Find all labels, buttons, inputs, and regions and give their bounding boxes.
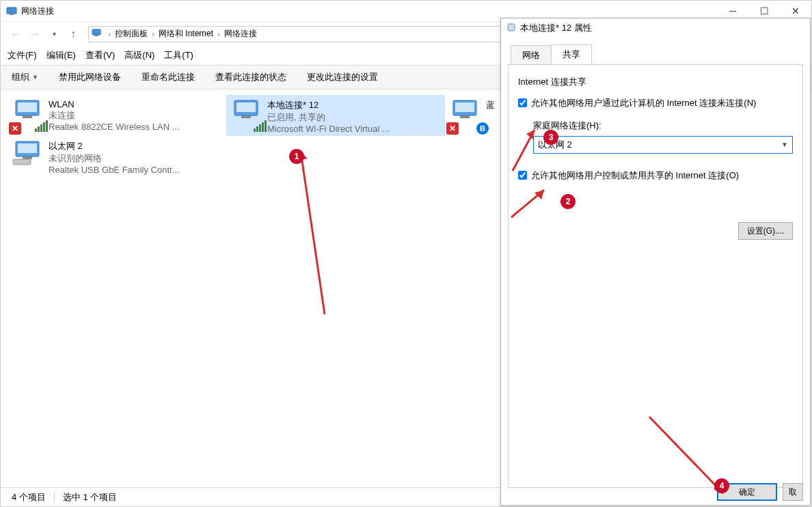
home-network-block: 家庭网络连接(H): 以太网 2 ▼ bbox=[533, 120, 793, 154]
svg-rect-1 bbox=[10, 14, 14, 15]
connection-item-bluetooth[interactable]: ✕ B 蓝 bbox=[445, 95, 500, 136]
status-item-count: 4 个项目 bbox=[12, 491, 46, 504]
checkbox-allow-connect[interactable] bbox=[518, 98, 527, 107]
nic-icon: ✕ B bbox=[448, 98, 486, 133]
connection-device: Realtek 8822CE Wireless LAN ... bbox=[49, 122, 179, 132]
svg-rect-16 bbox=[13, 159, 31, 165]
toolbar-organize[interactable]: 组织 ▼ bbox=[12, 71, 38, 83]
connection-name: 本地连接* 12 bbox=[267, 99, 390, 111]
connection-name: 蓝 bbox=[486, 99, 495, 111]
svg-rect-15 bbox=[23, 156, 32, 159]
breadcrumb-sep: › bbox=[150, 29, 156, 39]
nic-icon bbox=[229, 98, 267, 133]
wifi-signal-icon bbox=[35, 120, 48, 132]
checkbox-allow-label: 允许其他网络用户通过此计算机的 Internet 连接来连接(N) bbox=[531, 96, 756, 110]
forward-button[interactable]: → bbox=[27, 26, 43, 42]
toolbar-disable[interactable]: 禁用此网络设备 bbox=[59, 71, 121, 83]
breadcrumb-icon bbox=[92, 28, 103, 40]
toolbar-status[interactable]: 查看此连接的状态 bbox=[215, 71, 286, 83]
svg-rect-5 bbox=[18, 102, 37, 112]
combo-value: 以太网 2 bbox=[538, 139, 572, 151]
menu-view[interactable]: 查看(V) bbox=[85, 49, 115, 61]
connection-status: 未识别的网络 bbox=[49, 152, 179, 165]
checkbox-control-row: 允许其他网络用户控制或禁用共享的 Internet 连接(O) bbox=[518, 169, 793, 182]
toolbar-rename[interactable]: 重命名此连接 bbox=[141, 71, 195, 83]
breadcrumb-sep: › bbox=[216, 29, 221, 39]
recent-dropdown[interactable]: ▾ bbox=[46, 26, 62, 42]
svg-rect-0 bbox=[7, 8, 16, 14]
svg-rect-12 bbox=[460, 115, 470, 118]
breadcrumb-part-1[interactable]: 控制面板 bbox=[112, 28, 150, 40]
svg-rect-2 bbox=[92, 29, 100, 35]
connection-status: 已启用, 共享的 bbox=[267, 111, 390, 124]
back-button[interactable]: ← bbox=[8, 26, 24, 42]
chevron-down-icon: ▼ bbox=[32, 74, 38, 81]
nic-icon bbox=[10, 139, 49, 174]
dialog-footer: 确定 取 bbox=[717, 483, 803, 501]
home-network-combo[interactable]: 以太网 2 ▼ bbox=[533, 136, 793, 154]
menu-file[interactable]: 文件(F) bbox=[8, 49, 37, 61]
settings-button[interactable]: 设置(G).... bbox=[738, 222, 793, 240]
bluetooth-icon: B bbox=[476, 122, 489, 135]
svg-rect-9 bbox=[241, 115, 251, 118]
connection-device: Realtek USB GbE Family Contr... bbox=[49, 165, 179, 175]
nic-icon: ✕ bbox=[10, 98, 49, 133]
svg-rect-3 bbox=[94, 35, 98, 36]
connection-name: WLAN bbox=[49, 99, 179, 109]
disabled-overlay-icon: ✕ bbox=[9, 122, 21, 135]
window-title: 网络连接 bbox=[21, 5, 54, 17]
connection-item-wlan[interactable]: ✕ WLAN 未连接 Realtek 8822CE Wireless LAN .… bbox=[8, 95, 226, 136]
dialog-titlebar: 本地连接* 12 属性 bbox=[501, 18, 810, 38]
tab-panel-sharing: Internet 连接共享 允许其他网络用户通过此计算机的 Internet 连… bbox=[508, 64, 803, 488]
connection-name: 以太网 2 bbox=[49, 140, 179, 152]
svg-rect-8 bbox=[236, 102, 256, 112]
dialog-title: 本地连接* 12 属性 bbox=[520, 22, 592, 34]
checkbox-control-label: 允许其他网络用户控制或禁用共享的 Internet 连接(O) bbox=[531, 169, 739, 182]
menu-edit[interactable]: 编辑(E) bbox=[46, 49, 76, 61]
svg-rect-14 bbox=[18, 143, 37, 153]
group-label: Internet 连接共享 bbox=[518, 76, 793, 88]
breadcrumb-part-3[interactable]: 网络连接 bbox=[221, 28, 260, 40]
cancel-button[interactable]: 取 bbox=[783, 483, 803, 501]
chevron-down-icon: ▼ bbox=[781, 141, 788, 148]
breadcrumb-part-2[interactable]: 网络和 Internet bbox=[156, 28, 216, 40]
disabled-overlay-icon: ✕ bbox=[446, 122, 459, 135]
statusbar-sep bbox=[54, 492, 55, 503]
checkbox-allow-control[interactable] bbox=[518, 171, 527, 180]
status-selected-count: 选中 1 个项目 bbox=[63, 491, 117, 504]
properties-dialog: 本地连接* 12 属性 网络 共享 Internet 连接共享 允许其他网络用户… bbox=[500, 18, 811, 506]
wifi-signal-icon bbox=[254, 120, 267, 132]
svg-rect-6 bbox=[23, 115, 32, 118]
window-icon bbox=[6, 5, 17, 16]
ok-button[interactable]: 确定 bbox=[717, 483, 777, 501]
connection-item-local12[interactable]: 本地连接* 12 已启用, 共享的 Microsoft Wi-Fi Direct… bbox=[226, 95, 445, 136]
dialog-icon bbox=[506, 23, 516, 34]
connection-status: 未连接 bbox=[49, 109, 179, 122]
tab-sharing[interactable]: 共享 bbox=[551, 44, 592, 64]
svg-rect-17 bbox=[508, 24, 515, 31]
tab-network[interactable]: 网络 bbox=[511, 45, 552, 65]
svg-rect-11 bbox=[455, 102, 474, 112]
tabs: 网络 共享 bbox=[501, 44, 810, 64]
menu-advanced[interactable]: 高级(N) bbox=[124, 49, 154, 61]
breadcrumb-sep: › bbox=[107, 29, 112, 39]
connection-device: Microsoft Wi-Fi Direct Virtual ... bbox=[267, 124, 390, 134]
checkbox-allow-row: 允许其他网络用户通过此计算机的 Internet 连接来连接(N) bbox=[518, 96, 793, 110]
menu-tools[interactable]: 工具(T) bbox=[164, 49, 193, 61]
home-network-label: 家庭网络连接(H): bbox=[533, 120, 793, 132]
up-button[interactable]: ↑ bbox=[65, 26, 81, 42]
toolbar-change[interactable]: 更改此连接的设置 bbox=[307, 71, 378, 83]
